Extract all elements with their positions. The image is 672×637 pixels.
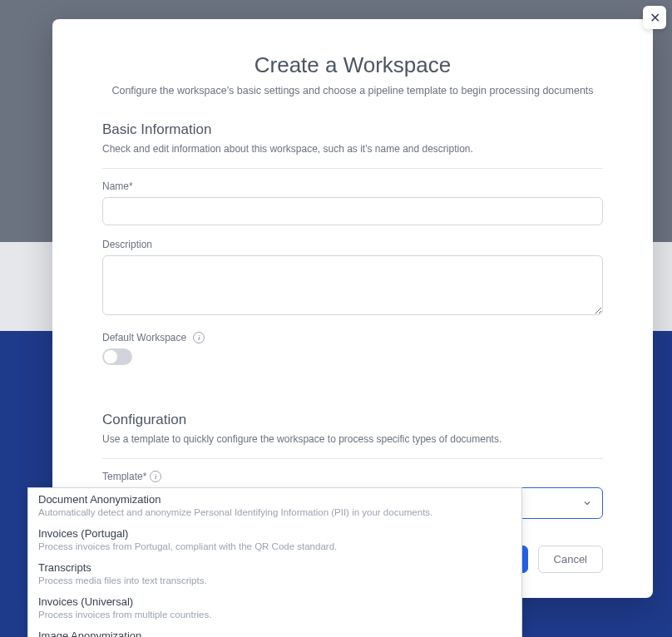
divider bbox=[102, 168, 603, 169]
modal-header: Create a Workspace Configure the workspa… bbox=[102, 52, 603, 96]
section-desc-basic: Check and edit information about this wo… bbox=[102, 143, 603, 155]
template-option[interactable]: Transcripts Process media files into tex… bbox=[28, 556, 521, 590]
create-workspace-modal: Create a Workspace Configure the workspa… bbox=[52, 19, 653, 598]
option-title: Invoices (Portugal) bbox=[38, 527, 511, 540]
description-input[interactable] bbox=[102, 255, 603, 315]
name-input[interactable] bbox=[102, 197, 603, 225]
default-workspace-label: Default Workspace bbox=[102, 332, 186, 343]
configuration-section: Configuration Use a template to quickly … bbox=[102, 412, 603, 519]
info-icon[interactable]: i bbox=[193, 332, 205, 343]
template-option[interactable]: Image Anonymization bbox=[28, 625, 521, 637]
option-title: Image Anonymization bbox=[38, 630, 511, 637]
template-option[interactable]: Document Anonymization Automatically det… bbox=[28, 488, 521, 522]
divider bbox=[102, 458, 603, 459]
template-option[interactable]: Invoices (Portugal) Process invoices fro… bbox=[28, 522, 521, 556]
template-option[interactable]: Invoices (Universal) Process invoices fr… bbox=[28, 590, 521, 625]
section-heading-basic: Basic Information bbox=[102, 121, 603, 138]
modal-subtitle: Configure the workspace's basic settings… bbox=[102, 85, 603, 96]
modal-title: Create a Workspace bbox=[102, 52, 603, 78]
close-icon: ✕ bbox=[650, 10, 660, 26]
option-desc: Process invoices from Portugal, complian… bbox=[38, 541, 511, 551]
basic-information-section: Basic Information Check and edit informa… bbox=[102, 121, 603, 365]
chevron-down-icon bbox=[582, 498, 592, 508]
cancel-button[interactable]: Cancel bbox=[538, 546, 603, 573]
default-workspace-row: Default Workspace i bbox=[102, 332, 603, 343]
section-desc-config: Use a template to quickly configure the … bbox=[102, 433, 603, 445]
option-desc: Process invoices from multiple countries… bbox=[38, 610, 511, 620]
default-workspace-toggle[interactable] bbox=[102, 348, 132, 365]
template-dropdown[interactable]: Document Anonymization Automatically det… bbox=[27, 487, 522, 637]
option-desc: Process media files into text transcript… bbox=[38, 575, 511, 585]
section-heading-config: Configuration bbox=[102, 412, 603, 428]
option-desc: Automatically detect and anonymize Perso… bbox=[38, 507, 511, 517]
name-label: Name* bbox=[102, 180, 603, 192]
option-title: Transcripts bbox=[38, 561, 511, 574]
template-label: Template* i bbox=[102, 471, 603, 482]
option-title: Document Anonymization bbox=[38, 493, 511, 506]
option-title: Invoices (Universal) bbox=[38, 595, 511, 608]
info-icon[interactable]: i bbox=[150, 471, 161, 482]
description-label: Description bbox=[102, 239, 603, 250]
close-button[interactable]: ✕ bbox=[643, 6, 666, 29]
